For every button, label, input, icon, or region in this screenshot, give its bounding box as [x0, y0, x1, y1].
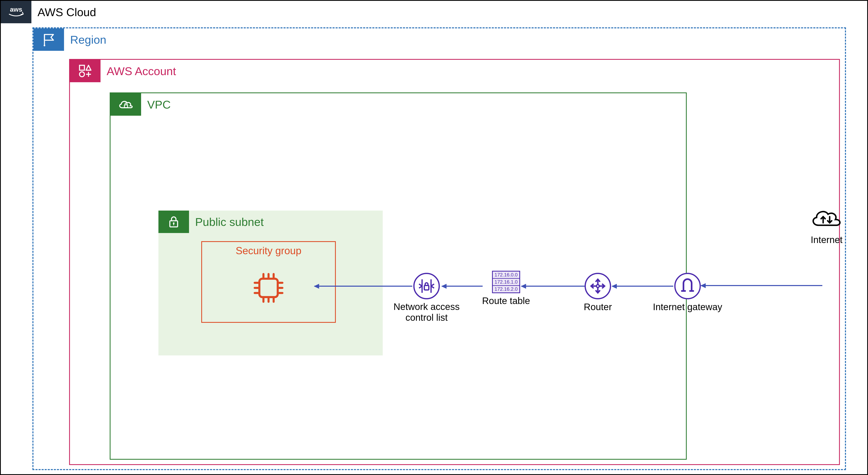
- router-icon: [585, 273, 611, 299]
- arrow-nacl-to-sg: [314, 286, 412, 287]
- region-container: Region AWS Account: [32, 27, 846, 470]
- svg-rect-11: [259, 279, 278, 297]
- svg-point-31: [596, 285, 599, 288]
- svg-text:aws: aws: [10, 6, 22, 13]
- route-table-node: 172.16.0.0 172.16.1.0 172.16.2.0 Route t…: [475, 271, 537, 306]
- svg-rect-26: [424, 286, 429, 290]
- svg-point-2: [43, 45, 45, 46]
- route-table-row: 172.16.1.0: [493, 279, 519, 286]
- vpc-label: VPC: [147, 98, 170, 111]
- router-label: Router: [576, 301, 620, 313]
- internet-label: Internet: [802, 234, 851, 245]
- account-shapes-icon: [70, 60, 100, 82]
- aws-architecture-diagram: aws AWS Cloud Region: [0, 0, 868, 475]
- internet-gateway-icon: [674, 273, 701, 299]
- route-table-row: 172.16.0.0: [493, 272, 519, 279]
- arrow-igw-to-router: [612, 286, 673, 287]
- region-flag-icon: [33, 28, 64, 51]
- security-group-label: Security group: [202, 245, 335, 257]
- subnet-lock-icon: [158, 211, 189, 233]
- aws-cloud-container: aws AWS Cloud Region: [1, 1, 867, 474]
- nacl-icon: [413, 273, 440, 299]
- arrow-router-to-rt: [521, 286, 585, 287]
- vpc-container: VPC: [110, 92, 687, 460]
- arrow-rt-to-nacl: [442, 286, 483, 287]
- vpc-cloud-icon: [111, 93, 141, 116]
- aws-logo-icon: aws: [1, 1, 31, 23]
- aws-cloud-label: AWS Cloud: [37, 5, 96, 19]
- svg-point-4: [80, 72, 85, 77]
- internet-cloud-icon: [809, 205, 844, 231]
- route-table-label: Route table: [475, 295, 537, 306]
- internet-gateway-label: Internet gateway: [647, 301, 728, 313]
- public-subnet-container: Public subnet Security group: [158, 211, 383, 355]
- ec2-chip-icon: [250, 270, 287, 307]
- internet-gateway-node: Internet gateway: [647, 273, 728, 313]
- route-table-icon: 172.16.0.0 172.16.1.0 172.16.2.0: [492, 271, 520, 293]
- svg-rect-3: [80, 65, 85, 70]
- nacl-label: Network access control list: [386, 301, 467, 323]
- arrow-internet-to-igw: [701, 285, 822, 286]
- internet-node: Internet: [802, 205, 851, 245]
- subnet-label: Public subnet: [195, 215, 264, 229]
- security-group-container: Security group: [201, 241, 336, 323]
- region-label: Region: [70, 33, 106, 46]
- router-node: Router: [576, 273, 620, 313]
- account-label: AWS Account: [106, 64, 176, 78]
- account-container: AWS Account VPC: [69, 59, 840, 465]
- nacl-node: Network access control list: [386, 273, 467, 323]
- route-table-row: 172.16.2.0: [493, 286, 519, 292]
- svg-rect-7: [124, 105, 128, 108]
